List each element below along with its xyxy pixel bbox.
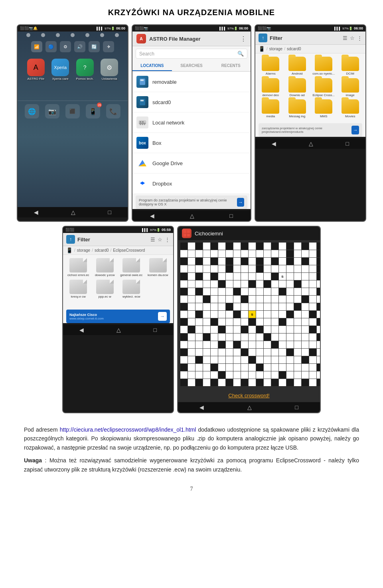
cw-cell bbox=[264, 371, 271, 379]
cw-cell bbox=[180, 243, 188, 250]
folder-mms[interactable]: MMS bbox=[312, 99, 336, 118]
cw-cell bbox=[302, 333, 309, 341]
cw-cell bbox=[249, 258, 256, 265]
back-btn[interactable]: ◀ bbox=[199, 404, 204, 410]
cw-cell bbox=[264, 379, 271, 386]
folder-movies[interactable]: Movies bbox=[338, 99, 363, 118]
file-komenda[interactable]: komen da.ecw bbox=[146, 258, 170, 277]
help-app[interactable]: ? Pomoc tech. bbox=[75, 59, 95, 81]
folder-comso[interactable]: com.so nyeric... bbox=[312, 57, 336, 76]
list-item[interactable]: Dropbox bbox=[132, 174, 251, 194]
bc-eclipsecrossword[interactable]: EclipseCrossword bbox=[113, 248, 145, 253]
home-btn[interactable]: △ bbox=[247, 404, 252, 410]
back-btn[interactable]: ◀ bbox=[34, 209, 38, 215]
grid-icon[interactable]: ⬛ bbox=[65, 104, 80, 118]
list-item[interactable]: box Box bbox=[132, 133, 251, 153]
list-item[interactable]: removable bbox=[132, 72, 251, 92]
phone4-ad-arrow[interactable]: → bbox=[158, 312, 167, 321]
recent-btn[interactable]: □ bbox=[295, 404, 298, 410]
ad-arrow[interactable]: → bbox=[237, 198, 244, 207]
cw-cell bbox=[249, 243, 256, 250]
list-view-btn[interactable]: ☰ bbox=[343, 35, 347, 41]
search-bar[interactable]: Search 🔍 bbox=[136, 49, 247, 59]
ad-banner-text: Program do zarządzania projektami w atra… bbox=[139, 198, 235, 206]
star-btn[interactable]: ☆ bbox=[350, 35, 355, 41]
recent-btn[interactable]: □ bbox=[346, 140, 349, 147]
article-link[interactable]: http://cieciura.net/eclipsecrossword/wp8… bbox=[60, 426, 196, 433]
bc-sdcard[interactable]: sdcard0 bbox=[287, 47, 301, 51]
cw-cell bbox=[249, 326, 256, 333]
back-btn[interactable]: ◀ bbox=[272, 140, 276, 147]
cw-cell bbox=[256, 318, 263, 326]
settings-app-icon: ⚙ bbox=[101, 59, 118, 76]
star-btn[interactable]: ☆ bbox=[158, 237, 162, 243]
up-arrow-btn[interactable]: ↑ bbox=[259, 34, 267, 42]
file-ppp[interactable]: ppp.ec w bbox=[93, 280, 117, 299]
back-btn[interactable]: ◀ bbox=[79, 327, 84, 333]
home-btn[interactable]: △ bbox=[71, 209, 75, 215]
phone3-ad-arrow[interactable]: → bbox=[351, 126, 359, 134]
file-wykleci[interactable]: wykleci. ecw bbox=[119, 280, 144, 299]
folder-image[interactable]: image bbox=[338, 78, 363, 97]
cw-cell bbox=[180, 288, 188, 295]
folder-eclipse[interactable]: Eclipse Cross... bbox=[312, 78, 336, 97]
home-btn[interactable]: △ bbox=[116, 327, 121, 333]
more-btn[interactable]: ⋮ bbox=[165, 237, 170, 243]
ad-banner[interactable]: Program do zarządzania projektami w atra… bbox=[136, 195, 247, 209]
list-item[interactable]: Local network bbox=[132, 112, 251, 133]
back-btn[interactable]: ◀ bbox=[150, 213, 154, 219]
astro-menu-btn[interactable]: ⋮ bbox=[240, 35, 247, 43]
cw-cell bbox=[180, 296, 188, 303]
phone-icon[interactable]: 📞 bbox=[106, 104, 120, 118]
folder-android[interactable]: Android bbox=[285, 57, 310, 76]
recent-btn[interactable]: □ bbox=[108, 209, 111, 215]
bc-sdcard[interactable]: sdcard0 bbox=[95, 248, 109, 253]
cw-cell bbox=[180, 303, 188, 310]
cw-cell bbox=[233, 303, 241, 310]
tab-recents[interactable]: RECENTS bbox=[211, 61, 251, 71]
list-view-btn[interactable]: ☰ bbox=[150, 237, 155, 243]
file-dowodcy[interactable]: dowodc y.ecw bbox=[93, 258, 117, 277]
phone4-ad-banner[interactable]: Najtańsze Cisco www.sklep.comet-it.com → bbox=[66, 310, 170, 323]
phone3-ad-banner[interactable]: zarządzania projektami w atrakcyjnej cen… bbox=[259, 123, 362, 137]
cw-cell bbox=[271, 333, 278, 341]
check-crossword-btn[interactable]: Check crossword! bbox=[228, 393, 269, 399]
file-kresy[interactable]: kresy.e cw bbox=[66, 280, 91, 299]
cw-cell bbox=[309, 371, 316, 379]
folder-alarms[interactable]: Alarms bbox=[259, 57, 283, 76]
more-btn[interactable]: ⋮ bbox=[357, 35, 362, 41]
list-item[interactable]: Google Drive bbox=[132, 153, 251, 174]
file-generalowei[interactable]: general owie.ec bbox=[119, 258, 144, 277]
home-btn[interactable]: △ bbox=[190, 213, 194, 219]
xperia-app[interactable]: Xperia Xperia care bbox=[50, 59, 71, 81]
browser-icon[interactable]: 🌐 bbox=[25, 104, 39, 118]
home-btn[interactable]: △ bbox=[309, 140, 313, 147]
recent-btn[interactable]: □ bbox=[229, 213, 233, 219]
bc-storage[interactable]: storage bbox=[269, 47, 282, 51]
list-item[interactable]: sdcard0 bbox=[132, 92, 251, 112]
camera-icon[interactable]: 📷 bbox=[45, 104, 59, 118]
file-cichociemni[interactable]: cichoci emni.ec bbox=[66, 258, 91, 277]
folder-icon bbox=[262, 78, 279, 93]
bc-storage[interactable]: storage bbox=[77, 248, 90, 253]
folder-messaging[interactable]: Messag ing bbox=[285, 99, 310, 118]
folder-download[interactable]: Downlo ad bbox=[285, 78, 310, 97]
recent-btn[interactable]: □ bbox=[154, 327, 157, 333]
tab-locations[interactable]: LOCATIONS bbox=[132, 61, 172, 71]
up-arrow-btn[interactable]: ↑ bbox=[66, 235, 75, 244]
cw-cell bbox=[218, 243, 225, 250]
settings-app[interactable]: ⚙ Ustawienia bbox=[99, 59, 120, 81]
astro-app[interactable]: A ASTRO File bbox=[26, 59, 46, 81]
notification-badge[interactable]: 📱 26 bbox=[86, 104, 100, 118]
cw-cell bbox=[218, 379, 225, 386]
cw-cell bbox=[309, 303, 316, 310]
folder-demovideo[interactable]: demovi deo bbox=[259, 78, 283, 97]
cw-cell bbox=[317, 318, 321, 326]
cw-cell bbox=[286, 349, 294, 356]
folder-media[interactable]: media bbox=[259, 99, 283, 118]
cw-cell bbox=[188, 371, 195, 379]
search-icon: 🔍 bbox=[237, 51, 244, 57]
folder-dcim[interactable]: DCIM bbox=[338, 57, 363, 76]
cw-cell bbox=[317, 326, 321, 333]
tab-searches[interactable]: SEARCHES bbox=[172, 61, 211, 71]
